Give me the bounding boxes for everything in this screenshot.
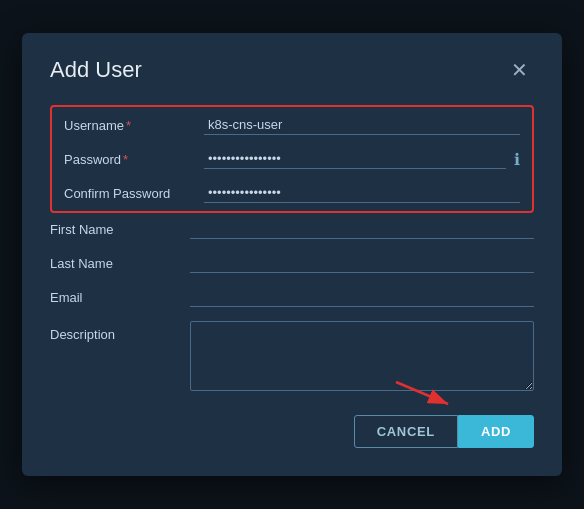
email-row: Email bbox=[50, 287, 534, 307]
email-input-wrap bbox=[190, 287, 534, 307]
info-icon[interactable]: ℹ bbox=[514, 150, 520, 169]
last-name-row: Last Name bbox=[50, 253, 534, 273]
username-row: Username* bbox=[64, 115, 520, 135]
confirm-password-input[interactable] bbox=[204, 183, 520, 203]
password-required: * bbox=[123, 152, 128, 167]
username-input[interactable] bbox=[204, 115, 520, 135]
dialog-footer: CANCEL ADD bbox=[50, 415, 534, 448]
description-row: Description bbox=[50, 321, 534, 391]
username-required: * bbox=[126, 118, 131, 133]
first-name-input[interactable] bbox=[190, 219, 534, 239]
description-label: Description bbox=[50, 321, 190, 342]
add-user-dialog: Add User ✕ Username* Password* ℹ Confirm… bbox=[22, 33, 562, 476]
first-name-label: First Name bbox=[50, 222, 190, 237]
confirm-password-input-wrap bbox=[204, 183, 520, 203]
password-input[interactable] bbox=[204, 149, 506, 169]
password-label: Password* bbox=[64, 152, 204, 167]
dialog-header: Add User ✕ bbox=[50, 57, 534, 83]
username-label: Username* bbox=[64, 118, 204, 133]
first-name-input-wrap bbox=[190, 219, 534, 239]
username-input-wrap bbox=[204, 115, 520, 135]
cancel-button[interactable]: CANCEL bbox=[354, 415, 458, 448]
last-name-label: Last Name bbox=[50, 256, 190, 271]
optional-fields-section: First Name Last Name Email Description bbox=[50, 219, 534, 391]
close-button[interactable]: ✕ bbox=[505, 58, 534, 82]
confirm-password-row: Confirm Password bbox=[64, 183, 520, 203]
dialog-title: Add User bbox=[50, 57, 142, 83]
password-input-wrap: ℹ bbox=[204, 149, 520, 169]
first-name-row: First Name bbox=[50, 219, 534, 239]
description-input-wrap bbox=[190, 321, 534, 391]
password-row: Password* ℹ bbox=[64, 149, 520, 169]
description-textarea[interactable] bbox=[190, 321, 534, 391]
last-name-input-wrap bbox=[190, 253, 534, 273]
email-input[interactable] bbox=[190, 287, 534, 307]
add-button[interactable]: ADD bbox=[458, 415, 534, 448]
confirm-password-label: Confirm Password bbox=[64, 186, 204, 201]
last-name-input[interactable] bbox=[190, 253, 534, 273]
email-label: Email bbox=[50, 290, 190, 305]
highlighted-fields-section: Username* Password* ℹ Confirm Password bbox=[50, 105, 534, 213]
